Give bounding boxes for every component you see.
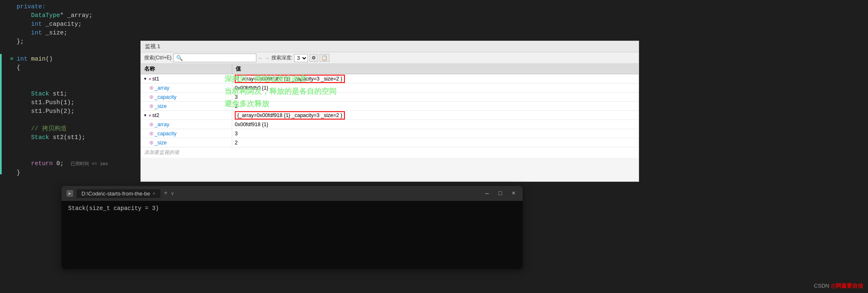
watch-row-st1: ▼ ● st1 {_array=0x00fdfdb0 {1} _capacity… (141, 74, 639, 83)
row-name-st1[interactable]: ▼ ● st1 (141, 75, 232, 83)
annotation: 深拷贝：两地址发生改变， 当析构两次，释放的是各自的空间 避免多次释放 (224, 73, 337, 110)
watch-row-st2-array: ⊕ _array 0x00fdf918 {1} (141, 120, 639, 129)
code-line: st1.Push(1); (0, 98, 139, 107)
row-name-st1-capacity[interactable]: ⊕ _capacity (141, 93, 232, 101)
watch-toolbar: 搜索(Ctrl+E) 🔍 ← → 搜索深度: 3 1 2 4 5 ⚙ 📋 (141, 52, 639, 64)
terminal-tab-title: D:\Code\c-starts-from-the-be (81, 190, 150, 197)
code-line: // 拷贝构造 (0, 125, 139, 133)
code-line: } (0, 168, 139, 177)
ptr-icon: ⊕ (149, 130, 154, 137)
terminal-body: Stack(size_t capacity = 3) (61, 201, 523, 269)
watch-row-st2-size: ⊕ _size 2 (141, 138, 639, 147)
code-line (0, 81, 139, 90)
code-line: int _capacity; (0, 20, 139, 29)
annotation-line1: 深拷贝：两地址发生改变， (224, 73, 337, 85)
debug-bar (0, 54, 2, 174)
code-line: Stack st1; (0, 90, 139, 98)
terminal-plus-icon[interactable]: + (164, 190, 168, 197)
row-name-st1-size[interactable]: ⊕ _size (141, 102, 232, 110)
code-line (0, 116, 139, 125)
value-box-st2: {_array=0x00fdf918 {1} _capacity=3 _size… (235, 111, 345, 120)
code-line (0, 46, 139, 55)
search-box[interactable]: 🔍 (173, 54, 256, 62)
ptr-icon: ⊕ (149, 94, 154, 100)
toolbar-btn-1[interactable]: ⚙ (310, 54, 318, 62)
terminal-close-btn[interactable]: × (509, 190, 518, 197)
depth-label: 搜索深度: (271, 54, 293, 61)
code-line (0, 142, 139, 151)
code-line: { (0, 63, 139, 72)
add-watch-row[interactable]: 添加要监视的项 (141, 147, 639, 158)
row-name-st2-size[interactable]: ⊕ _size (141, 139, 232, 146)
expand-icon-st1: ▼ (143, 77, 147, 81)
col-name-header: 名称 (141, 64, 232, 74)
ptr-icon-st2: ● (148, 112, 152, 118)
terminal-app-icon: ▶ (66, 190, 73, 197)
arrow-right-icon: → (265, 55, 270, 61)
watch-row-st1-size: ⊕ _size 2 (141, 102, 639, 111)
row-name-st2-capacity[interactable]: ⊕ _capacity (141, 129, 232, 137)
used-time: 已用时间 <= 1ms (71, 161, 108, 166)
code-line: return 0; 已用时间 <= 1ms (0, 159, 139, 168)
row-name-st2-array[interactable]: ⊕ _array (141, 120, 232, 128)
terminal-tab[interactable]: D:\Code\c-starts-from-the-be × (76, 189, 160, 198)
watermark: CSDN @阿森要自信 (814, 282, 863, 290)
watermark-author: @阿森要自信 (831, 283, 863, 289)
terminal-titlebar: ▶ D:\Code\c-starts-from-the-be × + ∨ — □… (61, 186, 523, 201)
arrow-left-icon: ← (258, 55, 263, 61)
code-line: DataType* _array; (0, 11, 139, 20)
watch-row-st2-capacity: ⊕ _capacity 3 (141, 129, 639, 138)
search-icon: 🔍 (176, 55, 183, 61)
row-value-st2-capacity: 3 (232, 130, 639, 137)
watch-header: 名称 值 (141, 64, 639, 74)
watch-row-st1-capacity: ⊕ _capacity 3 (141, 93, 639, 102)
code-line: private: (0, 2, 139, 11)
toolbar-btn-2[interactable]: 📋 (320, 54, 329, 62)
ptr-icon: ⊕ (149, 121, 154, 127)
ptr-icon: ⊕ (149, 139, 154, 146)
code-line: }; (0, 37, 139, 46)
code-line: Stack st2(st1); (0, 133, 139, 142)
terminal-controls: — □ × (483, 190, 518, 197)
code-line: int _size; (0, 29, 139, 37)
terminal-minimize-btn[interactable]: — (483, 190, 491, 197)
terminal-window: ▶ D:\Code\c-starts-from-the-be × + ∨ — □… (61, 186, 523, 269)
search-input[interactable] (183, 55, 249, 61)
annotation-line2: 当析构两次，释放的是各自的空间 (224, 85, 337, 98)
terminal-tab-close-icon[interactable]: × (152, 191, 155, 196)
ptr-icon: ⊕ (149, 85, 154, 91)
ptr-icon: ⊕ (149, 103, 154, 109)
annotation-line3: 避免多次释放 (224, 98, 337, 110)
code-line: ⊖ int main() (0, 55, 139, 63)
depth-select[interactable]: 3 1 2 4 5 (294, 54, 308, 62)
terminal-output: Stack(size_t capacity = 3) (68, 205, 159, 212)
watch-window: 监视 1 搜索(Ctrl+E) 🔍 ← → 搜索深度: 3 1 2 4 5 ⚙ … (140, 41, 639, 182)
terminal-maximize-btn[interactable]: □ (496, 190, 504, 197)
watch-row-st2: ▼ ● st2 {_array=0x00fdf918 {1} _capacity… (141, 111, 639, 120)
ptr-icon-st1: ● (148, 76, 152, 82)
code-line: st1.Push(2); (0, 107, 139, 116)
row-name-st1-array[interactable]: ⊕ _array (141, 84, 232, 92)
expand-icon-st2: ▼ (143, 113, 147, 117)
watch-title: 监视 1 (141, 41, 639, 52)
watch-row-st1-array: ⊕ _array 0x00fdfdb0 {1} (141, 83, 639, 93)
row-value-st2-size: 2 (232, 139, 639, 146)
watermark-platform: CSDN (814, 283, 831, 289)
row-value-st2-array: 0x00fdf918 {1} (232, 121, 639, 128)
terminal-chevron-icon[interactable]: ∨ (171, 190, 174, 197)
search-label: 搜索(Ctrl+E) (144, 54, 172, 61)
code-line (0, 72, 139, 81)
code-line (0, 151, 139, 159)
watch-content: 名称 值 ▼ ● st1 {_array=0x00fdfdb0 {1} _cap… (141, 64, 639, 180)
code-editor: private: DataType* _array; int _capacity… (0, 0, 139, 177)
row-value-st2: {_array=0x00fdf918 {1} _capacity=3 _size… (232, 112, 639, 119)
row-name-st2[interactable]: ▼ ● st2 (141, 112, 232, 119)
